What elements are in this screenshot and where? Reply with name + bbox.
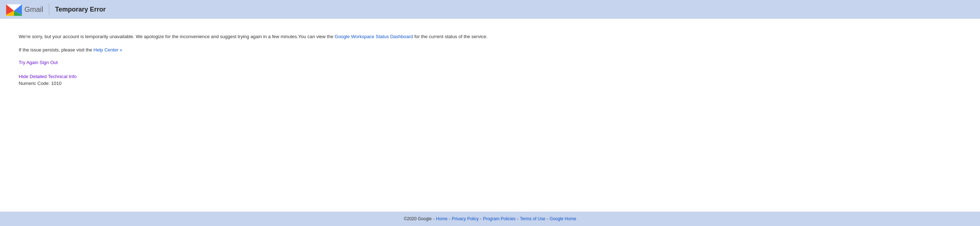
footer-sep-5: - (547, 216, 548, 221)
footer-content: ©2020 Google - Home - Privacy Policy - P… (404, 216, 576, 221)
header-title: Temporary Error (55, 6, 106, 13)
gmail-logo-text: Gmail (24, 5, 43, 14)
footer-program-policies-link[interactable]: Program Policies (483, 216, 516, 221)
workspace-dashboard-link[interactable]: Google Workspace Status Dashboard (334, 34, 413, 39)
footer-sep-1: - (433, 216, 434, 221)
numeric-code: Numeric Code: 1010 (19, 81, 961, 86)
gmail-m-icon (6, 3, 22, 16)
footer-privacy-link[interactable]: Privacy Policy (452, 216, 479, 221)
try-again-link[interactable]: Try Again (19, 60, 38, 65)
error-text-part1: We're sorry, but your account is tempora… (19, 34, 334, 39)
footer-home-link[interactable]: Home (436, 216, 447, 221)
header-divider (49, 3, 49, 15)
actions-row: Try Again Sign Out (19, 60, 961, 65)
error-text-part2: for the current status of the service. (413, 34, 487, 39)
sign-out-link[interactable]: Sign Out (40, 60, 58, 65)
footer-terms-link[interactable]: Terms of Use (520, 216, 546, 221)
footer-sep-2: - (449, 216, 450, 221)
footer-sep-3: - (480, 216, 482, 221)
error-message: We're sorry, but your account is tempora… (19, 33, 961, 41)
hide-technical-link[interactable]: Hide Detailed Technical Info (19, 74, 76, 79)
help-center-link[interactable]: Help Center » (94, 47, 122, 53)
help-text-part1: If the issue persists, please visit the (19, 47, 94, 53)
footer-sep-4: - (517, 216, 519, 221)
header: Gmail Temporary Error (0, 0, 980, 19)
footer-copyright: ©2020 Google (404, 216, 432, 221)
technical-info: Hide Detailed Technical Info Numeric Cod… (19, 74, 961, 86)
footer: ©2020 Google - Home - Privacy Policy - P… (0, 212, 980, 226)
footer-google-home-link[interactable]: Google Home (549, 216, 576, 221)
gmail-logo: Gmail (6, 3, 43, 16)
help-message: If the issue persists, please visit the … (19, 46, 961, 54)
main-content: We're sorry, but your account is tempora… (0, 19, 980, 212)
